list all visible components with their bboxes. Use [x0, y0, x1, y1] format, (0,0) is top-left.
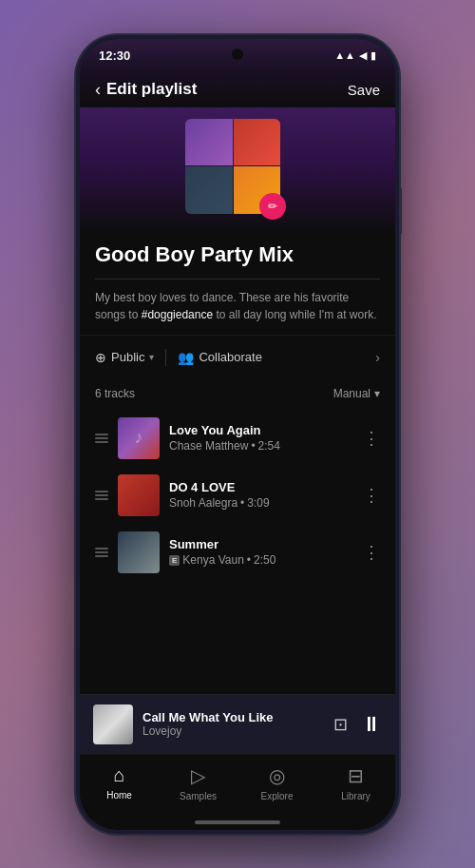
track-meta: E Kenya Vaun • 2:50 [169, 553, 353, 567]
track-item: DO 4 LOVE Snoh Aalegra • 3:09 ⋮ [80, 467, 395, 524]
drag-handle[interactable] [95, 548, 108, 557]
pause-button[interactable]: ⏸ [361, 712, 382, 737]
cover-cell-2 [234, 119, 281, 166]
track-more-button[interactable]: ⋮ [363, 428, 380, 449]
chevron-right-icon: › [375, 350, 380, 365]
phone-screen: 12:30 ▲▲ ◀ ▮ ‹ Edit playlist Save [80, 39, 395, 830]
nav-item-library[interactable]: ⊟ Library [316, 764, 395, 801]
library-icon: ⊟ [348, 764, 364, 787]
track-name: Summer [169, 537, 353, 551]
vertical-divider [165, 349, 166, 366]
now-playing-bar[interactable]: Call Me What You Like Lovejoy ⊡ ⏸ [80, 694, 395, 754]
tracks-header: 6 tracks Manual ▾ [80, 379, 395, 410]
playlist-name: Good Boy Party Mix [95, 242, 380, 267]
nav-item-home[interactable]: ⌂ Home [80, 764, 159, 800]
home-indicator [195, 820, 280, 824]
now-playing-controls: ⊡ ⏸ [333, 712, 382, 737]
track-meta: Snoh Aalegra • 3:09 [169, 496, 353, 510]
cover-cell-3 [185, 166, 233, 214]
now-playing-artist: Lovejoy [142, 724, 324, 738]
track-name: DO 4 LOVE [169, 480, 353, 494]
visibility-label: Public [111, 350, 144, 364]
track-name: Love You Again [169, 423, 353, 437]
library-label: Library [341, 791, 370, 801]
track-artwork-3 [118, 531, 160, 573]
page-title: Edit playlist [106, 80, 197, 99]
track-artist: Kenya Vaun [182, 553, 244, 567]
status-time: 12:30 [99, 48, 130, 63]
track-item: Summer E Kenya Vaun • 2:50 ⋮ [80, 524, 395, 581]
playlist-cover[interactable]: ✏ [185, 119, 290, 223]
explore-label: Explore [261, 791, 294, 801]
sort-button[interactable]: Manual ▾ [333, 387, 380, 400]
chevron-down-icon: ▾ [149, 352, 154, 362]
track-info: DO 4 LOVE Snoh Aalegra • 3:09 [169, 480, 353, 510]
now-playing-info: Call Me What You Like Lovejoy [142, 710, 324, 738]
save-button[interactable]: Save [348, 82, 380, 98]
home-label: Home [106, 790, 132, 800]
back-button[interactable]: ‹ Edit playlist [95, 80, 197, 100]
explicit-badge: E [169, 555, 180, 566]
nav-item-samples[interactable]: ▷ Samples [159, 764, 238, 801]
drag-handle[interactable] [95, 491, 108, 500]
home-icon: ⌂ [113, 764, 124, 786]
status-bar: 12:30 ▲▲ ◀ ▮ [80, 39, 395, 68]
nav-item-explore[interactable]: ◎ Explore [238, 764, 316, 801]
track-more-button[interactable]: ⋮ [363, 485, 380, 506]
people-icon: 👥 [178, 350, 194, 365]
track-info: Love You Again Chase Matthew • 2:54 [169, 423, 353, 453]
track-separator: • [240, 496, 244, 510]
controls-row: ⊕ Public ▾ 👥 Collaborate › [80, 335, 395, 379]
cast-icon[interactable]: ⊡ [333, 714, 348, 735]
sort-label: Manual [333, 387, 370, 400]
edit-pencil-button[interactable]: ✏ [259, 193, 286, 220]
bottom-nav: ⌂ Home ▷ Samples ◎ Explore ⊟ Library [80, 754, 395, 817]
collaborate-label: Collaborate [199, 350, 262, 364]
track-separator: • [251, 439, 255, 453]
collaborate-button[interactable]: 👥 Collaborate [178, 350, 368, 365]
track-separator: • [247, 553, 251, 567]
globe-icon: ⊕ [95, 350, 106, 365]
now-playing-title: Call Me What You Like [142, 710, 324, 724]
cover-cell-1 [185, 119, 233, 166]
divider [95, 279, 380, 280]
explore-icon: ◎ [269, 764, 285, 787]
artwork-decoration [118, 417, 160, 459]
track-item: Love You Again Chase Matthew • 2:54 ⋮ [80, 410, 395, 467]
battery-icon: ▮ [370, 49, 376, 62]
visibility-button[interactable]: ⊕ Public ▾ [95, 350, 154, 365]
track-info: Summer E Kenya Vaun • 2:50 [169, 537, 353, 567]
tracks-count: 6 tracks [95, 387, 135, 400]
side-button [399, 187, 402, 235]
samples-label: Samples [180, 791, 217, 801]
playlist-description: My best boy loves to dance. These are hi… [95, 289, 380, 323]
now-playing-artwork-inner [93, 704, 133, 744]
status-icons: ▲▲ ◀ ▮ [334, 49, 376, 62]
track-artwork-1 [118, 417, 160, 459]
track-artist: Snoh Aalegra [169, 496, 238, 510]
samples-icon: ▷ [191, 764, 205, 787]
track-meta: Chase Matthew • 2:54 [169, 439, 353, 453]
track-more-button[interactable]: ⋮ [363, 542, 380, 563]
phone-frame: 12:30 ▲▲ ◀ ▮ ‹ Edit playlist Save [76, 35, 399, 834]
track-duration: 3:09 [247, 496, 269, 510]
track-duration: 2:54 [258, 439, 280, 453]
track-artwork-2 [118, 474, 160, 516]
camera-notch [232, 48, 243, 60]
hashtag: #doggiedance [142, 308, 213, 321]
sort-chevron-icon: ▾ [374, 387, 380, 400]
playlist-info: Good Boy Party Mix My best boy loves to … [80, 233, 395, 335]
wifi-icon: ◀ [359, 49, 367, 62]
track-duration: 2:50 [254, 553, 276, 567]
track-artist: Chase Matthew [169, 439, 248, 453]
now-playing-artwork [93, 704, 133, 744]
drag-handle[interactable] [95, 434, 108, 443]
header: ‹ Edit playlist Save [80, 68, 395, 107]
playlist-image-area: ✏ [80, 107, 395, 233]
desc-text-after: to all day long while I'm at work. [213, 308, 376, 321]
content-area: ✏ Good Boy Party Mix My best boy loves t… [80, 107, 395, 694]
signal-icon: ▲▲ [334, 49, 355, 61]
back-arrow-icon: ‹ [95, 80, 101, 100]
